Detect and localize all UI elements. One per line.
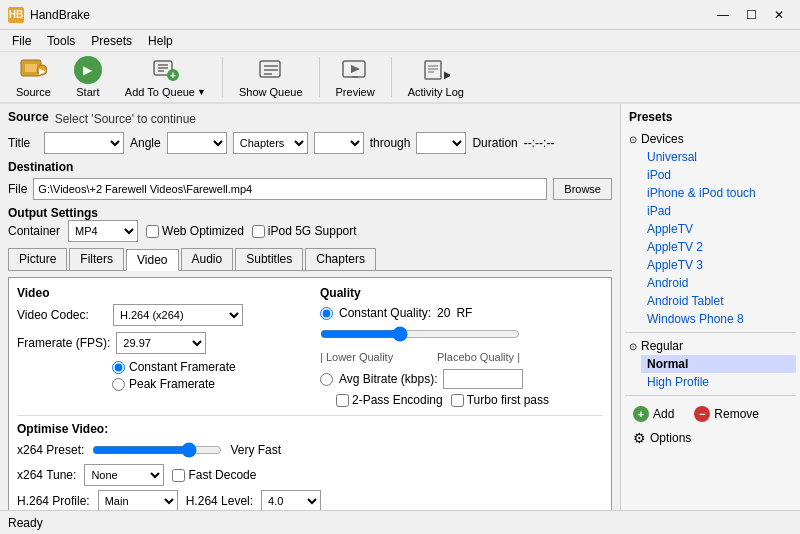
turbo-checkbox[interactable] <box>451 394 464 407</box>
addqueue-icon: + <box>151 56 179 84</box>
title-select[interactable] <box>44 132 124 154</box>
addqueue-arrow: ▼ <box>197 87 206 97</box>
avg-bitrate-radio-label[interactable] <box>320 373 333 386</box>
h264-level-select[interactable]: 4.0 <box>261 490 321 510</box>
peak-framerate-radio[interactable] <box>112 378 125 391</box>
avg-bitrate-input[interactable] <box>443 369 523 389</box>
chapter-to-select[interactable] <box>416 132 466 154</box>
source-button[interactable]: ▶ Source <box>8 52 59 102</box>
constant-framerate-radio[interactable] <box>112 361 125 374</box>
two-pass-label[interactable]: 2-Pass Encoding <box>336 393 443 407</box>
x264-tune-select[interactable]: None <box>84 464 164 486</box>
preset-group-devices-header[interactable]: ⊙ Devices <box>625 130 796 148</box>
remove-preset-label: Remove <box>714 407 759 421</box>
showqueue-button[interactable]: Show Queue <box>231 52 311 102</box>
x264-preset-slider[interactable] <box>92 440 222 460</box>
add-preset-button[interactable]: + Add <box>625 404 682 424</box>
close-button[interactable]: ✕ <box>766 4 792 26</box>
preset-appletv[interactable]: AppleTV <box>641 220 796 238</box>
preset-appletv3[interactable]: AppleTV 3 <box>641 256 796 274</box>
x264-preset-value: Very Fast <box>230 443 281 457</box>
tab-filters[interactable]: Filters <box>69 248 124 270</box>
placebo-quality-hint: Placebo Quality | <box>437 351 520 363</box>
tab-chapters[interactable]: Chapters <box>305 248 376 270</box>
tab-picture[interactable]: Picture <box>8 248 67 270</box>
title-bar-left: HB HandBrake <box>8 7 90 23</box>
start-label: Start <box>76 86 99 98</box>
optimize-section: Optimise Video: x264 Preset: Very Fast x… <box>17 415 603 510</box>
maximize-button[interactable]: ☐ <box>738 4 764 26</box>
preset-windows-phone[interactable]: Windows Phone 8 <box>641 310 796 328</box>
browse-button[interactable]: Browse <box>553 178 612 200</box>
preset-ipod[interactable]: iPod <box>641 166 796 184</box>
start-button[interactable]: ▶ Start <box>63 52 113 102</box>
through-label: through <box>370 136 411 150</box>
h264-profile-select[interactable]: Main <box>98 490 178 510</box>
fast-decode-checkbox[interactable] <box>172 469 185 482</box>
app-icon: HB <box>8 7 24 23</box>
dest-file-input[interactable] <box>33 178 547 200</box>
preset-iphone-ipod[interactable]: iPhone & iPod touch <box>641 184 796 202</box>
regular-group-label: Regular <box>641 339 683 353</box>
title-bar-controls: — ☐ ✕ <box>710 4 792 26</box>
constant-framerate-label[interactable]: Constant Framerate <box>112 360 300 374</box>
showqueue-icon <box>257 56 285 84</box>
tab-video[interactable]: Video <box>126 249 178 271</box>
addqueue-label: Add To Queue <box>125 86 195 98</box>
left-panel: Source Select 'Source' to continue Title… <box>0 104 620 510</box>
status-bar: Ready <box>0 510 800 534</box>
source-hint: Select 'Source' to continue <box>55 112 196 126</box>
preset-ipad[interactable]: iPad <box>641 202 796 220</box>
codec-row: Video Codec: H.264 (x264) <box>17 304 300 326</box>
options-preset-button[interactable]: ⚙ Options <box>625 428 699 448</box>
codec-select[interactable]: H.264 (x264) <box>113 304 243 326</box>
avg-bitrate-radio[interactable] <box>320 373 333 386</box>
preset-normal[interactable]: Normal <box>641 355 796 373</box>
menu-tools[interactable]: Tools <box>39 32 83 50</box>
framerate-select[interactable]: 29.97 <box>116 332 206 354</box>
preset-android-tablet[interactable]: Android Tablet <box>641 292 796 310</box>
preset-high-profile[interactable]: High Profile <box>641 373 796 391</box>
tab-audio[interactable]: Audio <box>181 248 234 270</box>
tab-subtitles[interactable]: Subtitles <box>235 248 303 270</box>
svg-rect-17 <box>425 61 441 79</box>
minimize-button[interactable]: — <box>710 4 736 26</box>
preset-appletv2[interactable]: AppleTV 2 <box>641 238 796 256</box>
web-optimized-checkbox[interactable] <box>146 225 159 238</box>
chapters-select[interactable]: Chapters <box>233 132 308 154</box>
activity-button[interactable]: ▶ Activity Log <box>400 52 472 102</box>
codec-label: Video Codec: <box>17 308 107 322</box>
status-text: Ready <box>8 516 43 530</box>
menu-help[interactable]: Help <box>140 32 181 50</box>
framerate-mode-group: Constant Framerate Peak Framerate <box>17 360 300 391</box>
container-select[interactable]: MP4 <box>68 220 138 242</box>
angle-select[interactable] <box>167 132 227 154</box>
start-icon: ▶ <box>74 56 102 84</box>
preset-group-regular-header[interactable]: ⊙ Regular <box>625 337 796 355</box>
remove-preset-button[interactable]: − Remove <box>686 404 767 424</box>
turbo-label[interactable]: Turbo first pass <box>451 393 549 407</box>
preset-universal[interactable]: Universal <box>641 148 796 166</box>
preview-button[interactable]: Preview <box>328 52 383 102</box>
addqueue-button[interactable]: + Add To Queue ▼ <box>117 52 214 102</box>
quality-slider[interactable] <box>320 324 520 344</box>
options-gear-icon: ⚙ <box>633 430 646 446</box>
menu-file[interactable]: File <box>4 32 39 50</box>
constant-quality-radio-label[interactable] <box>320 307 333 320</box>
ipod-support-label[interactable]: iPod 5G Support <box>252 224 357 238</box>
chapter-from-select[interactable] <box>314 132 364 154</box>
two-pass-checkbox[interactable] <box>336 394 349 407</box>
addqueue-label-row: Add To Queue ▼ <box>125 86 206 98</box>
menu-presets[interactable]: Presets <box>83 32 140 50</box>
title-row: Title Angle Chapters through Duration --… <box>8 132 612 154</box>
ipod-support-checkbox[interactable] <box>252 225 265 238</box>
destination-label: Destination <box>8 160 612 174</box>
peak-framerate-label[interactable]: Peak Framerate <box>112 377 300 391</box>
fast-decode-label[interactable]: Fast Decode <box>172 468 256 482</box>
web-optimized-label[interactable]: Web Optimized <box>146 224 244 238</box>
constant-quality-radio[interactable] <box>320 307 333 320</box>
svg-marker-16 <box>351 65 360 73</box>
video-section-label: Video <box>17 286 300 300</box>
rf-label: RF <box>456 306 472 320</box>
preset-android[interactable]: Android <box>641 274 796 292</box>
